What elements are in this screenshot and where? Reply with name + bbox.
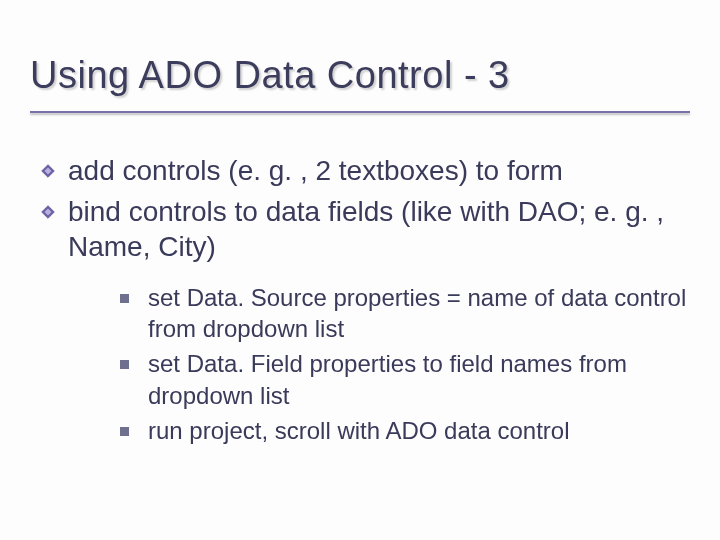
title-underline <box>30 111 690 113</box>
diamond-bullet-icon <box>40 204 56 220</box>
list-item: set Data. Source properties = name of da… <box>120 282 690 344</box>
list-item: add controls (e. g. , 2 textboxes) to fo… <box>40 153 690 188</box>
diamond-bullet-icon <box>40 163 56 179</box>
bullet-text: add controls (e. g. , 2 textboxes) to fo… <box>68 155 563 186</box>
square-bullet-icon <box>120 294 129 303</box>
slide: Using ADO Data Control - 3 add controls … <box>0 0 720 540</box>
list-item: bind controls to data fields (like with … <box>40 194 690 446</box>
slide-title: Using ADO Data Control - 3 <box>30 54 690 97</box>
list-item: run project, scroll with ADO data contro… <box>120 415 690 446</box>
bullet-text: run project, scroll with ADO data contro… <box>148 417 570 444</box>
bullet-list-level2: set Data. Source properties = name of da… <box>68 282 690 446</box>
list-item: set Data. Field properties to field name… <box>120 348 690 410</box>
bullet-text: set Data. Field properties to field name… <box>148 350 627 408</box>
square-bullet-icon <box>120 427 129 436</box>
bullet-text: bind controls to data fields (like with … <box>68 196 664 262</box>
square-bullet-icon <box>120 360 129 369</box>
slide-body: add controls (e. g. , 2 textboxes) to fo… <box>30 153 690 446</box>
bullet-text: set Data. Source properties = name of da… <box>148 284 686 342</box>
bullet-list-level1: add controls (e. g. , 2 textboxes) to fo… <box>30 153 690 446</box>
